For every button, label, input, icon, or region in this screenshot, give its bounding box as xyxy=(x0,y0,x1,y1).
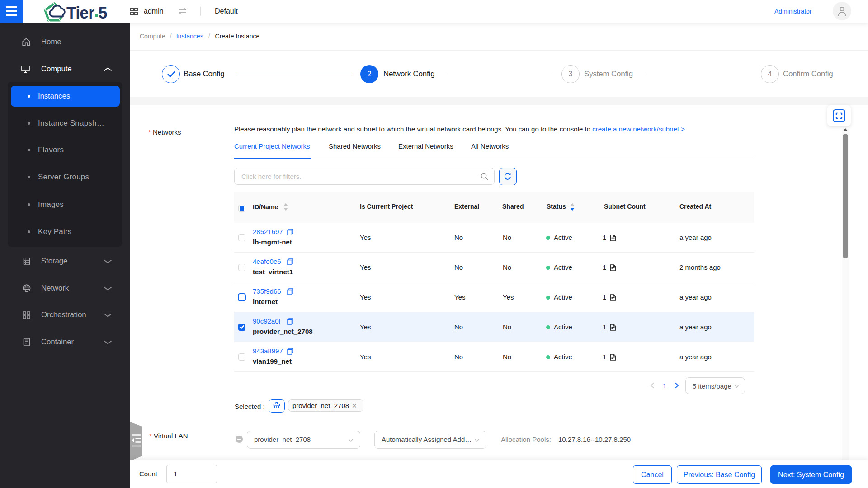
svg-text:Tier: Tier xyxy=(66,4,94,22)
svg-text:5: 5 xyxy=(99,4,108,22)
